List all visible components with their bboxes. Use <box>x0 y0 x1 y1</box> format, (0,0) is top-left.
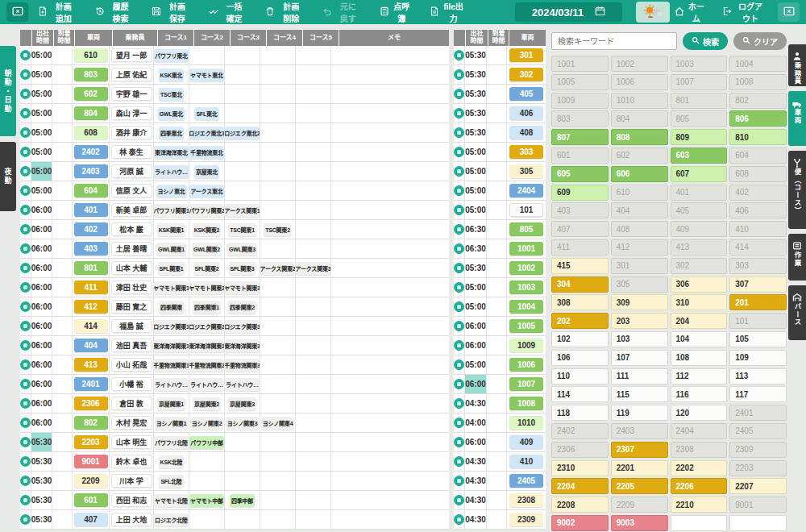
panel-expand-button[interactable] <box>778 2 800 22</box>
departure-time-cell[interactable]: 05:00 <box>31 65 52 84</box>
departure-time-cell[interactable]: 06:00 <box>31 201 52 219</box>
course-chip[interactable]: 四季関東 <box>159 301 184 314</box>
vehicle-chip[interactable]: 608 <box>74 126 108 139</box>
memo-cell[interactable] <box>331 355 449 374</box>
memo-cell[interactable] <box>331 510 449 529</box>
vehicle-grid-cell[interactable]: 802 <box>729 93 787 109</box>
vehicle-grid-cell[interactable]: 401 <box>671 185 728 201</box>
vehicle-grid-cell[interactable]: 1007 <box>671 74 728 90</box>
vehicle-grid-cell[interactable]: 120 <box>671 405 728 421</box>
departure-time-cell[interactable]: 05:00 <box>31 162 52 181</box>
resource-tab-4[interactable]: 作業 <box>788 234 806 281</box>
toolbar-button-2[interactable]: 履歴検索 <box>85 0 143 24</box>
clear-button[interactable]: クリア <box>733 32 787 50</box>
course-chip[interactable]: TSC東北 <box>159 88 184 101</box>
course-chip[interactable]: パワフリ北陸 <box>154 436 189 449</box>
driver-chip[interactable]: 信原 文人 <box>111 184 152 197</box>
driver-chip[interactable]: 宇野 雄一 <box>111 87 152 101</box>
departure-time-cell[interactable]: 05:30 <box>31 433 52 451</box>
departure-time-cell[interactable]: 05:00 <box>31 104 52 123</box>
vehicle-grid-cell[interactable]: 1001 <box>551 56 609 72</box>
memo-cell[interactable] <box>331 375 449 393</box>
memo-cell[interactable] <box>331 85 449 103</box>
course-chip[interactable]: 千里物流関東3 <box>225 359 260 372</box>
driver-chip[interactable]: 倉田 敦 <box>111 397 152 410</box>
course-chip[interactable]: 東洋海洋東北 <box>154 146 189 159</box>
course-chip[interactable]: ロジエク関東3 <box>225 320 260 333</box>
status-icon[interactable] <box>20 360 31 370</box>
memo-cell[interactable] <box>331 65 449 84</box>
vehicle-chip[interactable]: 2308 <box>509 493 543 507</box>
driver-chip[interactable]: 小山 拓哉 <box>111 358 152 372</box>
course-chip[interactable]: KSK関東2 <box>193 223 221 236</box>
vehicle-grid-cell[interactable]: 112 <box>671 368 728 384</box>
toolbar-button-5[interactable]: 計画削除 <box>256 0 313 24</box>
vehicle-chip[interactable]: 2403 <box>74 164 108 178</box>
vehicle-chip[interactable]: 406 <box>509 106 543 120</box>
vehicle-chip[interactable]: 302 <box>509 68 543 81</box>
course-chip[interactable]: GWL関東3 <box>227 243 257 256</box>
toolbar-button-3[interactable]: 計画保存 <box>142 0 199 24</box>
course-chip[interactable]: ヤマモト関東1 <box>154 281 189 294</box>
vehicle-chip[interactable]: 404 <box>74 339 108 352</box>
course-chip[interactable]: SFL東北 <box>194 107 218 120</box>
departure-time-cell[interactable]: 04:30 <box>465 452 487 471</box>
status-icon[interactable] <box>454 89 464 99</box>
vehicle-chip[interactable]: 604 <box>74 184 108 197</box>
vehicle-grid-cell[interactable]: 2307 <box>611 442 668 458</box>
vehicle-grid-cell[interactable]: 414 <box>729 239 787 256</box>
departure-time-cell[interactable]: 06:00 <box>31 336 52 355</box>
memo-cell[interactable] <box>331 297 449 316</box>
departure-time-cell[interactable]: 06:00 <box>31 297 52 316</box>
memo-cell[interactable] <box>331 472 449 490</box>
resource-tab-1[interactable]: 乗務員 <box>788 44 806 86</box>
course-chip[interactable]: TSC関東1 <box>228 223 256 236</box>
vehicle-chip[interactable]: 1006 <box>509 358 543 372</box>
vehicle-grid-cell[interactable]: 2202 <box>671 460 728 476</box>
status-icon[interactable] <box>20 185 31 196</box>
status-icon[interactable] <box>20 108 31 118</box>
vehicle-grid-cell[interactable]: 606 <box>611 166 668 182</box>
departure-time-cell[interactable]: 05:30 <box>31 472 52 490</box>
vehicle-grid-cell[interactable]: 808 <box>611 129 668 145</box>
driver-chip[interactable]: 松本 巌 <box>111 222 152 236</box>
vehicle-grid-cell[interactable]: 201 <box>729 294 787 310</box>
departure-time-cell[interactable]: 06:00 <box>31 394 52 413</box>
vehicle-chip[interactable]: 403 <box>74 242 108 256</box>
vehicle-chip[interactable]: 2203 <box>74 435 108 449</box>
driver-chip[interactable]: 木村 晃宏 <box>111 416 152 430</box>
memo-cell[interactable] <box>331 414 449 432</box>
driver-chip[interactable]: 上原 佑紀 <box>111 68 152 81</box>
vehicle-grid-cell[interactable]: 405 <box>671 202 728 218</box>
vehicle-grid-cell[interactable]: 609 <box>551 185 609 201</box>
departure-time-cell[interactable]: 05:00 <box>31 143 52 161</box>
resource-tab-5[interactable]: バース <box>788 285 806 340</box>
vehicle-grid-cell[interactable]: 2208 <box>551 497 609 513</box>
status-icon[interactable] <box>20 495 31 505</box>
vehicle-chip[interactable]: 602 <box>74 87 108 101</box>
toolbar-button-6[interactable]: 元に戻す <box>313 0 370 24</box>
departure-time-cell[interactable]: 06:00 <box>465 375 487 393</box>
status-icon[interactable] <box>20 340 31 351</box>
course-chip[interactable]: ライトハウ… <box>225 378 260 391</box>
driver-chip[interactable]: 藤田 寛之 <box>111 300 152 314</box>
status-icon[interactable] <box>454 379 464 389</box>
toolbar-button-7[interactable]: 点呼簿 <box>370 0 420 24</box>
vehicle-grid-cell[interactable]: 601 <box>551 148 609 164</box>
status-icon[interactable] <box>20 301 31 312</box>
course-chip[interactable]: 京屋東北 <box>194 165 219 178</box>
vehicle-grid-cell[interactable]: 304 <box>551 276 609 293</box>
vehicle-grid-cell[interactable]: 310 <box>671 294 728 310</box>
vehicle-grid-cell[interactable]: 308 <box>551 294 609 310</box>
course-chip[interactable]: 東洋海洋関東3 <box>225 339 260 352</box>
vehicle-chip[interactable]: 601 <box>74 493 108 507</box>
status-icon[interactable] <box>20 89 31 99</box>
course-chip[interactable]: 四季関東2 <box>228 301 256 314</box>
vehicle-chip[interactable]: 2405 <box>509 474 543 488</box>
course-chip[interactable]: 四季関東1 <box>193 301 221 314</box>
vehicle-grid-cell[interactable]: 9002 <box>551 515 609 531</box>
status-icon[interactable] <box>454 224 464 235</box>
vehicle-chip[interactable]: 2306 <box>74 397 108 410</box>
vehicle-chip[interactable]: 1010 <box>509 416 543 430</box>
vehicle-grid-cell[interactable]: 2403 <box>611 423 668 439</box>
